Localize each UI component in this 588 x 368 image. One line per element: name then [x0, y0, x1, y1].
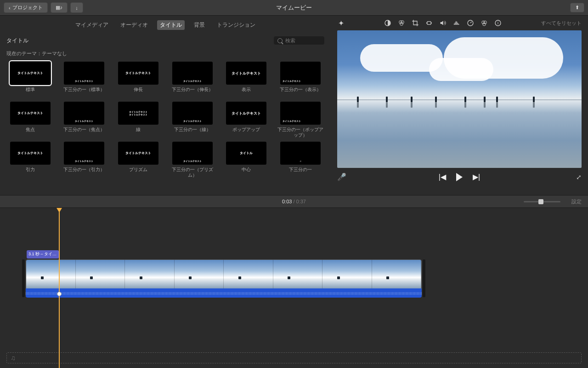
- clip-handle-right[interactable]: [423, 259, 425, 297]
- clip-handle-left[interactable]: [22, 259, 25, 297]
- title-preset-7[interactable]: タイトルテキスト下三分の一（焦点）: [61, 102, 108, 138]
- tab-my-media[interactable]: マイメディア: [73, 20, 111, 30]
- chevron-left-icon: ‹: [9, 5, 11, 11]
- svg-point-7: [484, 21, 487, 24]
- preset-label: 下三分の一（伸長）: [172, 87, 213, 98]
- title-preset-grid: タイトルテキスト標準タイトルテキスト下三分の一（標準）タイトルテキスト伸長タイト…: [0, 62, 331, 178]
- music-track[interactable]: ♫: [6, 352, 582, 363]
- tab-audio[interactable]: オーディオ: [118, 20, 151, 30]
- preset-label: 引力: [26, 167, 35, 178]
- title-preset-14[interactable]: タイトルテキストプリズム: [114, 142, 162, 178]
- preset-label: 中心: [242, 167, 251, 178]
- svg-point-8: [483, 23, 486, 26]
- project-title: マイムービー: [276, 4, 312, 12]
- preview-viewer[interactable]: [337, 30, 582, 168]
- import-media-button[interactable]: ▦♪: [51, 2, 68, 13]
- noise-reduce-icon[interactable]: [453, 19, 460, 27]
- title-preset-13[interactable]: タイトルテキスト下三分の一（引力）: [61, 142, 108, 178]
- filter-icon[interactable]: [481, 19, 488, 27]
- magic-wand-icon[interactable]: ✦: [337, 19, 345, 27]
- volume-icon[interactable]: [439, 19, 447, 27]
- svg-rect-4: [427, 22, 431, 25]
- music-note-icon: ♫: [11, 354, 16, 362]
- tab-transitions[interactable]: トランジション: [214, 20, 258, 30]
- stabilize-icon[interactable]: [425, 19, 433, 27]
- preset-label: 下三分の一（引力）: [63, 167, 105, 178]
- duration-time: / 0:37: [292, 199, 306, 204]
- voiceover-button[interactable]: 🎤: [337, 172, 346, 181]
- playhead[interactable]: [59, 208, 60, 368]
- preset-label: 標準: [26, 87, 35, 98]
- preset-label: 焦点: [26, 127, 35, 138]
- timeline[interactable]: 3.1 秒 – タイ… ♫: [0, 208, 588, 368]
- preset-label: 下三分の一（表示）: [280, 87, 321, 98]
- title-preset-8[interactable]: タイトルテキストタイトルテキスト線: [114, 102, 162, 138]
- preset-label: プリズム: [129, 167, 147, 178]
- color-correct-icon[interactable]: [398, 19, 405, 27]
- share-icon: ⬆: [575, 5, 579, 11]
- preset-label: 下三分の一（焦点）: [63, 127, 105, 138]
- title-preset-17[interactable]: ♫下三分の一: [277, 142, 324, 178]
- back-label: プロジェクト: [12, 4, 43, 11]
- svg-point-3: [400, 23, 403, 26]
- title-preset-2[interactable]: タイトルテキスト伸長: [114, 62, 162, 98]
- share-button[interactable]: ⬆: [570, 3, 584, 12]
- preset-label: 下三分の一（プリズム）: [169, 167, 216, 178]
- viewer-pane: ✦ i すべてをリセット 🎤 |◀ ▶| ⤢: [331, 16, 588, 195]
- preset-label: 伸長: [134, 87, 143, 98]
- preset-label: 下三分の一: [289, 167, 312, 178]
- browser-section-title: タイトル: [6, 37, 28, 45]
- info-icon[interactable]: i: [494, 19, 502, 27]
- title-preset-16[interactable]: タイトル中心: [223, 142, 271, 178]
- next-button[interactable]: ▶|: [473, 172, 480, 181]
- back-to-projects-button[interactable]: ‹ プロジェクト: [4, 2, 48, 13]
- download-button[interactable]: ↓: [70, 2, 83, 13]
- title-preset-9[interactable]: タイトルテキスト下三分の一（線）: [169, 102, 216, 138]
- zoom-slider[interactable]: [524, 201, 560, 202]
- fullscreen-button[interactable]: ⤢: [576, 173, 582, 181]
- download-icon: ↓: [75, 5, 78, 11]
- title-preset-6[interactable]: タイトルテキスト焦点: [6, 102, 54, 138]
- tab-titles[interactable]: タイトル: [157, 20, 185, 30]
- playback-controls: 🎤 |◀ ▶| ⤢: [331, 168, 588, 186]
- title-preset-1[interactable]: タイトルテキスト下三分の一（標準）: [61, 62, 108, 98]
- preset-label: 下三分の一（ポップアップ）: [277, 127, 324, 138]
- play-button[interactable]: [456, 173, 463, 181]
- adjustments-bar: ✦ i すべてをリセット: [331, 16, 588, 30]
- preset-label: 表示: [242, 87, 251, 98]
- svg-text:i: i: [498, 21, 498, 25]
- search-input[interactable]: [285, 38, 317, 43]
- title-preset-4[interactable]: タイトルテキスト表示: [223, 62, 271, 98]
- preset-label: 下三分の一（標準）: [63, 87, 105, 98]
- browser-tabs: マイメディア オーディオ タイトル 背景 トランジション: [0, 16, 331, 34]
- browser-pane: マイメディア オーディオ タイトル 背景 トランジション タイトル 現在のテーマ…: [0, 16, 331, 195]
- time-bar: 0:03 / 0:37 設定: [0, 195, 588, 208]
- preset-label: 下三分の一（線）: [174, 127, 211, 138]
- audio-waveform[interactable]: [26, 288, 422, 298]
- theme-label: 現在のテーマ：テーマなし: [0, 47, 331, 62]
- title-preset-12[interactable]: タイトルテキスト引力: [6, 142, 54, 178]
- title-preset-11[interactable]: タイトルテキスト下三分の一（ポップアップ）: [277, 102, 324, 138]
- current-time: 0:03: [282, 199, 292, 204]
- preset-label: ポップアップ: [232, 127, 260, 138]
- preset-label: 線: [136, 127, 141, 138]
- color-balance-icon[interactable]: [384, 19, 391, 27]
- reset-all-button[interactable]: すべてをリセット: [541, 20, 582, 27]
- svg-point-2: [401, 21, 404, 24]
- main-toolbar: ‹ プロジェクト ▦♪ ↓ マイムービー ⬆: [0, 0, 588, 16]
- title-preset-0[interactable]: タイトルテキスト標準: [6, 62, 54, 98]
- prev-button[interactable]: |◀: [439, 172, 446, 181]
- title-preset-10[interactable]: タイトルテキストポップアップ: [223, 102, 271, 138]
- tab-backgrounds[interactable]: 背景: [191, 20, 208, 30]
- crop-icon[interactable]: [412, 19, 419, 27]
- film-music-icon: ▦♪: [56, 5, 63, 11]
- speed-icon[interactable]: [467, 19, 474, 27]
- timeline-settings-button[interactable]: 設定: [571, 198, 582, 205]
- title-preset-5[interactable]: タイトルテキスト下三分の一（表示）: [277, 62, 324, 98]
- title-preset-15[interactable]: タイトルテキスト下三分の一（プリズム）: [169, 142, 216, 178]
- title-clip[interactable]: 3.1 秒 – タイ…: [27, 250, 59, 259]
- search-icon: [277, 38, 283, 43]
- title-preset-3[interactable]: タイトルテキスト下三分の一（伸長）: [169, 62, 216, 98]
- search-field[interactable]: [274, 36, 324, 45]
